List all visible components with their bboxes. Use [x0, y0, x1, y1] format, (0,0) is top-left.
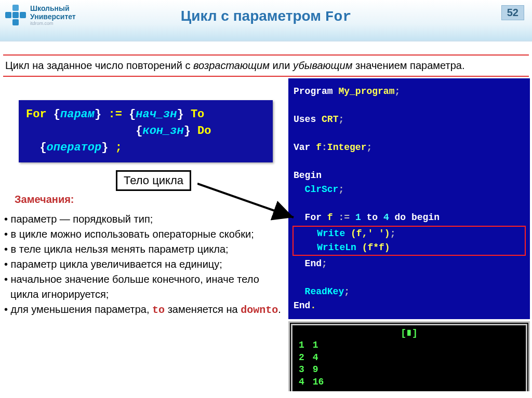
- remark-item: в теле цикла нельзя менять параметр цикл…: [4, 242, 283, 257]
- logo-text: Школьный Университет itdrom.com: [30, 4, 76, 26]
- logo: Школьный Университет itdrom.com: [5, 4, 76, 26]
- remark-item: для уменьшения параметра, to заменяется …: [4, 302, 283, 318]
- highlighted-code: Write (f,' '); WriteLn (f*f): [292, 226, 526, 256]
- syntax-box: For {парам} := {нач_зн} To {кон_зн} Do {…: [19, 100, 273, 162]
- remark-item: параметр — порядковый тип;: [4, 212, 283, 227]
- output-table: 11 24 39 416: [299, 339, 332, 388]
- code-screen: Program My_program; Uses CRT; Var f:Inte…: [288, 78, 530, 319]
- remark-item: начальное значение больше конечного, ина…: [4, 272, 283, 302]
- logo-sub: itdrom.com: [30, 21, 76, 26]
- output-screen: [∎] 11 24 39 416: [288, 321, 530, 391]
- remarks: Замечания: параметр — порядковый тип; в …: [4, 194, 283, 318]
- loop-body-label: Тело цикла: [116, 170, 191, 191]
- page-number: 52: [501, 5, 524, 20]
- slide-header: Школьный Университет itdrom.com Цикл с п…: [0, 0, 532, 42]
- logo-icon: [5, 5, 26, 25]
- content: For {парам} := {нач_зн} To {кон_зн} Do {…: [0, 77, 532, 380]
- logo-line1: Школьный: [30, 4, 76, 12]
- remark-item: параметр цикла увеличивается на единицу;: [4, 257, 283, 272]
- logo-line2: Университет: [30, 12, 76, 21]
- page-title: Цикл с параметром For: [181, 8, 351, 25]
- remarks-title: Замечания:: [15, 194, 283, 205]
- description: Цикл на заданное число повторений с возр…: [3, 54, 529, 77]
- left-column: For {парам} := {нач_зн} To {кон_зн} Do {…: [0, 77, 288, 380]
- remark-item: в цикле можно использовать операторные с…: [4, 227, 283, 242]
- right-column: Program My_program; Uses CRT; Var f:Inte…: [288, 77, 530, 380]
